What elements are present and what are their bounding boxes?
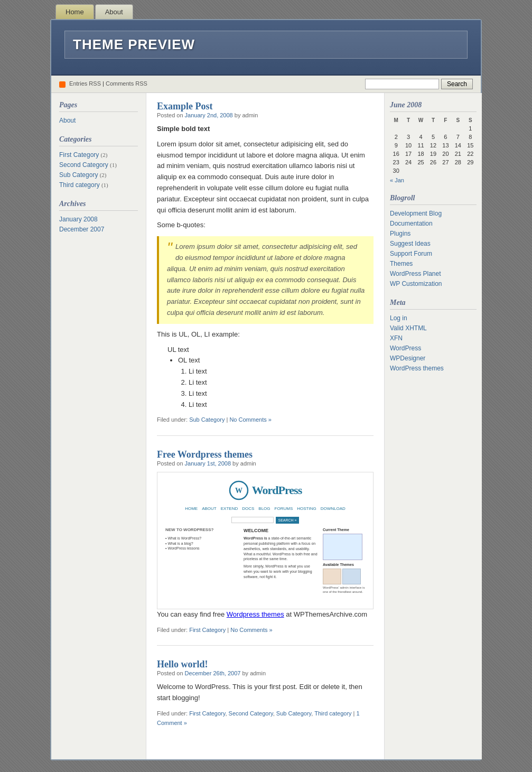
left-sidebar: Pages About Categories First Category (2… bbox=[51, 93, 146, 759]
post-1-list-label: This is UL, OL, LI example: bbox=[157, 329, 374, 340]
post-2-title[interactable]: Free Wordpress themes bbox=[157, 449, 253, 460]
post-1-bold: Simple bold text bbox=[157, 124, 374, 135]
wp-themes-link[interactable]: Wordpress themes bbox=[227, 610, 284, 618]
blogroll-link-1[interactable]: Documentation bbox=[390, 220, 433, 227]
cal-day bbox=[427, 124, 439, 133]
wordpress-screenshot: W WordPress HOMEABOUTEXTENDDOCSBLOGFORUM… bbox=[157, 472, 374, 609]
post-1-title[interactable]: Example Post bbox=[157, 101, 213, 111]
meta-link-1[interactable]: Valid XHTML bbox=[390, 324, 427, 332]
post-3-meta: Posted on December 26th, 2007 by admin bbox=[157, 670, 374, 676]
cal-day: 8 bbox=[464, 133, 477, 141]
svg-text:W: W bbox=[235, 487, 242, 495]
list-item: WordPress bbox=[390, 344, 477, 352]
post-3-cat3-link[interactable]: Sub Category bbox=[276, 710, 311, 717]
calendar-prev-link[interactable]: « Jan bbox=[390, 177, 404, 183]
blogroll-link-5[interactable]: Themes bbox=[390, 260, 413, 267]
post-2-comments-link[interactable]: No Comments » bbox=[230, 627, 272, 633]
post-1-author: admin bbox=[242, 112, 258, 118]
blogroll-link-0[interactable]: Development Blog bbox=[390, 210, 442, 217]
blogroll-link-7[interactable]: WP Customization bbox=[390, 280, 442, 287]
list-item: Third category (1) bbox=[59, 181, 138, 189]
wp-logo-text: WordPress bbox=[252, 481, 302, 499]
blogroll-link-4[interactable]: Support Forum bbox=[390, 250, 432, 257]
page-about-link[interactable]: About bbox=[59, 117, 76, 124]
pages-section: Pages About bbox=[59, 101, 138, 125]
comments-rss-link[interactable]: Comments RSS bbox=[106, 80, 147, 87]
post-3-cat1-link[interactable]: First Category bbox=[189, 710, 225, 717]
cal-day bbox=[452, 166, 464, 175]
blogroll-link-3[interactable]: Suggest Ideas bbox=[390, 240, 431, 247]
cal-day: 24 bbox=[402, 158, 414, 166]
post-1-body: Lorem ipsum dolor sit amet, consectetur … bbox=[157, 139, 374, 216]
list-item: Themes bbox=[390, 259, 477, 268]
cal-day: 27 bbox=[440, 158, 452, 166]
site-title: THEME PREVIEW bbox=[64, 31, 468, 59]
post-3-cat2-link[interactable]: Second Category bbox=[229, 710, 273, 717]
archives-section: Archives January 2008 December 2007 bbox=[59, 200, 138, 234]
list-item: Sub Category (2) bbox=[59, 171, 138, 179]
cal-day: 25 bbox=[415, 158, 427, 166]
cal-day: 30 bbox=[390, 166, 402, 175]
site-header: THEME PREVIEW bbox=[51, 20, 481, 76]
post-3-content: Welcome to WordPress. This is your first… bbox=[157, 682, 374, 728]
cat-sub-link[interactable]: Sub Category bbox=[59, 171, 98, 179]
search-form: Search bbox=[365, 79, 473, 89]
meta-link-0[interactable]: Log in bbox=[390, 314, 407, 322]
list-item: First Category (2) bbox=[59, 151, 138, 159]
post-2-content: W WordPress HOMEABOUTEXTENDDOCSBLOGFORUM… bbox=[157, 472, 374, 635]
meta-link-2[interactable]: XFN bbox=[390, 334, 403, 342]
post-3-cat4-link[interactable]: Third category bbox=[314, 710, 351, 717]
meta-link-3[interactable]: WordPress bbox=[390, 345, 421, 352]
meta-title: Meta bbox=[390, 299, 477, 310]
post-2-meta: Posted on January 1st, 2008 by admin bbox=[157, 460, 374, 467]
ul-label: UL text bbox=[167, 345, 374, 356]
blogroll-link-6[interactable]: WordPress Planet bbox=[390, 270, 441, 277]
main-container: THEME PREVIEW Entries RSS | Comments RSS… bbox=[50, 19, 482, 760]
cal-header: F bbox=[440, 116, 452, 124]
cal-day: 11 bbox=[415, 141, 427, 150]
cal-day: 17 bbox=[402, 150, 414, 158]
navigation: Home About bbox=[26, 0, 506, 19]
cal-header: T bbox=[402, 116, 414, 124]
post-2-cat-link[interactable]: First Category bbox=[189, 627, 226, 633]
calendar-widget: June 2008 M T W T F S bbox=[390, 101, 477, 183]
wp-search-mini-button[interactable]: SEARCH » bbox=[276, 517, 298, 524]
list-item: January 2008 bbox=[59, 215, 138, 224]
categories-heading: Categories bbox=[59, 135, 138, 146]
search-button[interactable]: Search bbox=[441, 79, 473, 89]
cal-day: 13 bbox=[440, 141, 452, 150]
main-posts: Example Post Posted on January 2nd, 2008… bbox=[146, 93, 384, 759]
post-3-title[interactable]: Hello world! bbox=[157, 659, 208, 669]
nav-home[interactable]: Home bbox=[55, 4, 94, 19]
list-item: WordPress themes bbox=[390, 364, 477, 373]
post-1-filed-under: Filed under: Sub Category | No Comments … bbox=[157, 415, 374, 425]
search-input[interactable] bbox=[365, 79, 439, 89]
post-1-comments-link[interactable]: No Comments » bbox=[229, 416, 271, 423]
list-item: Plugins bbox=[390, 229, 477, 238]
pages-list: About bbox=[59, 116, 138, 125]
archive-dec-2007-link[interactable]: December 2007 bbox=[59, 226, 104, 233]
cat-first-link[interactable]: First Category bbox=[59, 151, 99, 159]
entries-rss-link[interactable]: Entries RSS bbox=[69, 80, 101, 87]
meta-link-5[interactable]: WordPress themes bbox=[390, 365, 444, 372]
nav-about[interactable]: About bbox=[95, 4, 133, 19]
cal-day: 4 bbox=[415, 133, 427, 141]
meta-link-4[interactable]: WPDesigner bbox=[390, 355, 425, 362]
post-2-date: January 1st, 2008 bbox=[185, 460, 231, 467]
post-2-body: You can easy find free Wordpress themes … bbox=[157, 609, 374, 620]
categories-section: Categories First Category (2) Second Cat… bbox=[59, 135, 138, 189]
cal-header: S bbox=[452, 116, 464, 124]
blogroll-link-2[interactable]: Plugins bbox=[390, 230, 410, 237]
list-item: Li text bbox=[189, 366, 374, 377]
post-1-content: Simple bold text Lorem ipsum dolor sit a… bbox=[157, 124, 374, 425]
cat-second-link[interactable]: Second Category bbox=[59, 161, 108, 169]
categories-list: First Category (2) Second Category (1) S… bbox=[59, 151, 138, 189]
blogroll-title: Blogroll bbox=[390, 194, 477, 205]
post-1-cat-link[interactable]: Sub Category bbox=[189, 416, 225, 423]
cal-day: 20 bbox=[440, 150, 452, 158]
cal-day: 14 bbox=[452, 141, 464, 150]
cal-header: W bbox=[415, 116, 427, 124]
cat-third-link[interactable]: Third category bbox=[59, 181, 100, 189]
cal-day bbox=[427, 166, 439, 175]
archive-jan-2008-link[interactable]: January 2008 bbox=[59, 216, 98, 223]
